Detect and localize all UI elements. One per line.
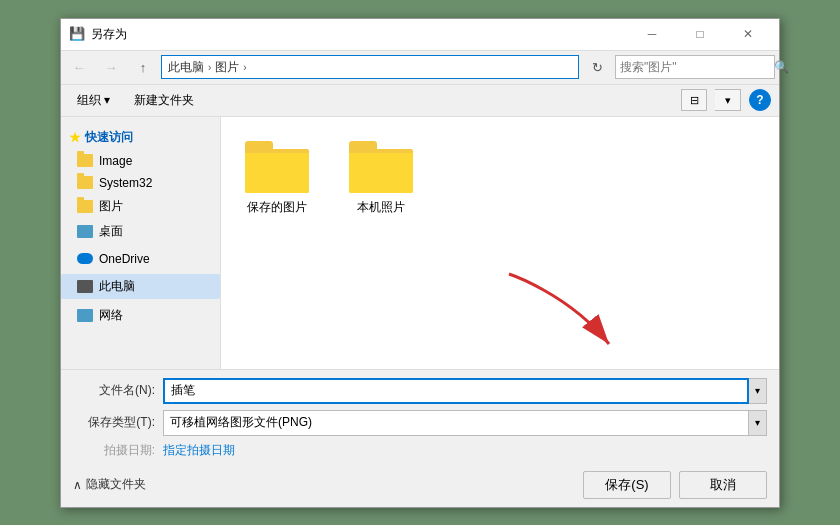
chevron-down-icon: ∧	[73, 478, 82, 492]
forward-button[interactable]: →	[97, 54, 125, 80]
up-button[interactable]: ↑	[129, 54, 157, 80]
view-button[interactable]: ⊟	[681, 89, 707, 111]
sidebar-item-pictures[interactable]: 图片	[61, 194, 220, 219]
filename-label: 文件名(N):	[73, 382, 163, 399]
onedrive-icon	[77, 253, 93, 264]
folder-inner	[245, 153, 309, 193]
filetype-row: 保存类型(T): 可移植网络图形文件(PNG) ▾	[73, 410, 767, 436]
dialog-title: 另存为	[91, 26, 629, 43]
filename-row: 文件名(N): ▾	[73, 378, 767, 404]
search-icon: 🔍	[774, 60, 789, 74]
network-icon	[77, 309, 93, 322]
folder-large-icon	[349, 141, 413, 193]
folder-body	[245, 149, 309, 193]
main-content: ★ 快速访问 Image System32 图片 桌面	[61, 117, 779, 369]
sidebar-item-system32[interactable]: System32	[61, 172, 220, 194]
sidebar-item-image[interactable]: Image	[61, 150, 220, 172]
this-pc-section: 此电脑	[61, 274, 220, 299]
refresh-button[interactable]: ↻	[583, 54, 611, 80]
network-label: 网络	[99, 307, 123, 324]
files-grid: 保存的图片 本机照片	[237, 133, 763, 224]
window-controls: ─ □ ✕	[629, 19, 771, 49]
date-link[interactable]: 指定拍摄日期	[163, 442, 235, 459]
sidebar-item-this-pc[interactable]: 此电脑	[61, 274, 220, 299]
folder-body	[349, 149, 413, 193]
sidebar-item-label: System32	[99, 176, 152, 190]
bottom-actions-right: 保存(S) 取消	[583, 471, 767, 499]
back-button[interactable]: ←	[65, 54, 93, 80]
title-bar: 💾 另存为 ─ □ ✕	[61, 19, 779, 51]
save-dialog: 💾 另存为 ─ □ ✕ ← → ↑ 此电脑 › 图片 › ↻ 🔍 组织 ▾ 新建…	[60, 18, 780, 508]
navigation-toolbar: ← → ↑ 此电脑 › 图片 › ↻ 🔍	[61, 51, 779, 85]
folder-icon	[77, 200, 93, 213]
sidebar-item-onedrive[interactable]: OneDrive	[61, 248, 220, 270]
chevron-down-icon: ▾	[725, 94, 731, 107]
date-label: 拍摄日期:	[73, 442, 163, 459]
breadcrumb-computer: 此电脑	[168, 59, 204, 76]
folder-large-icon	[245, 141, 309, 193]
file-item[interactable]: 保存的图片	[237, 133, 317, 224]
save-button[interactable]: 保存(S)	[583, 471, 671, 499]
bottom-actions: ∧ 隐藏文件夹 保存(S) 取消	[73, 467, 767, 499]
quick-access-section: ★ 快速访问 Image System32 图片 桌面	[61, 125, 220, 244]
star-icon: ★	[69, 130, 81, 145]
maximize-button[interactable]: □	[677, 19, 723, 49]
desktop-icon	[77, 225, 93, 238]
quick-access-label: 快速访问	[85, 129, 133, 146]
breadcrumb-pictures: 图片	[215, 59, 239, 76]
breadcrumb-sep2: ›	[243, 62, 246, 73]
date-row: 拍摄日期: 指定拍摄日期	[73, 442, 767, 459]
organize-button[interactable]: 组织 ▾	[69, 88, 118, 112]
sidebar-item-desktop[interactable]: 桌面	[61, 219, 220, 244]
sidebar-item-label: 图片	[99, 198, 123, 215]
action-bar: 组织 ▾ 新建文件夹 ⊟ ▾ ?	[61, 85, 779, 117]
search-input[interactable]	[620, 60, 770, 74]
file-label: 本机照片	[357, 199, 405, 216]
content-area: 保存的图片 本机照片	[221, 117, 779, 369]
arrow-annotation	[489, 264, 649, 364]
this-pc-icon	[77, 280, 93, 293]
search-box[interactable]: 🔍	[615, 55, 775, 79]
filename-input[interactable]	[163, 378, 749, 404]
bottom-panel: 文件名(N): ▾ 保存类型(T): 可移植网络图形文件(PNG) ▾ 拍摄日期…	[61, 369, 779, 507]
this-pc-label: 此电脑	[99, 278, 135, 295]
view-dropdown-button[interactable]: ▾	[715, 89, 741, 111]
quick-access-header: ★ 快速访问	[61, 125, 220, 150]
filetype-label: 保存类型(T):	[73, 414, 163, 431]
filetype-value: 可移植网络图形文件(PNG)	[170, 414, 760, 431]
file-label: 保存的图片	[247, 199, 307, 216]
folder-icon	[77, 154, 93, 167]
sidebar-item-label: Image	[99, 154, 132, 168]
filename-dropdown-arrow[interactable]: ▾	[749, 378, 767, 404]
new-folder-button[interactable]: 新建文件夹	[126, 88, 202, 112]
hide-folders-row: ∧ 隐藏文件夹	[73, 476, 146, 493]
sidebar: ★ 快速访问 Image System32 图片 桌面	[61, 117, 221, 369]
view-icon: ⊟	[690, 94, 699, 107]
filetype-dropdown-arrow[interactable]: ▾	[748, 411, 766, 435]
network-section: 网络	[61, 303, 220, 328]
sidebar-item-label: 桌面	[99, 223, 123, 240]
folder-icon	[77, 176, 93, 189]
hide-folders-label: 隐藏文件夹	[86, 476, 146, 493]
dialog-icon: 💾	[69, 26, 85, 42]
filetype-select[interactable]: 可移植网络图形文件(PNG) ▾	[163, 410, 767, 436]
onedrive-label: OneDrive	[99, 252, 150, 266]
breadcrumb-sep1: ›	[208, 62, 211, 73]
breadcrumb-bar: 此电脑 › 图片 ›	[161, 55, 579, 79]
sidebar-item-network[interactable]: 网络	[61, 303, 220, 328]
minimize-button[interactable]: ─	[629, 19, 675, 49]
help-button[interactable]: ?	[749, 89, 771, 111]
close-button[interactable]: ✕	[725, 19, 771, 49]
file-item[interactable]: 本机照片	[341, 133, 421, 224]
onedrive-section: OneDrive	[61, 248, 220, 270]
folder-inner	[349, 153, 413, 193]
cancel-button[interactable]: 取消	[679, 471, 767, 499]
